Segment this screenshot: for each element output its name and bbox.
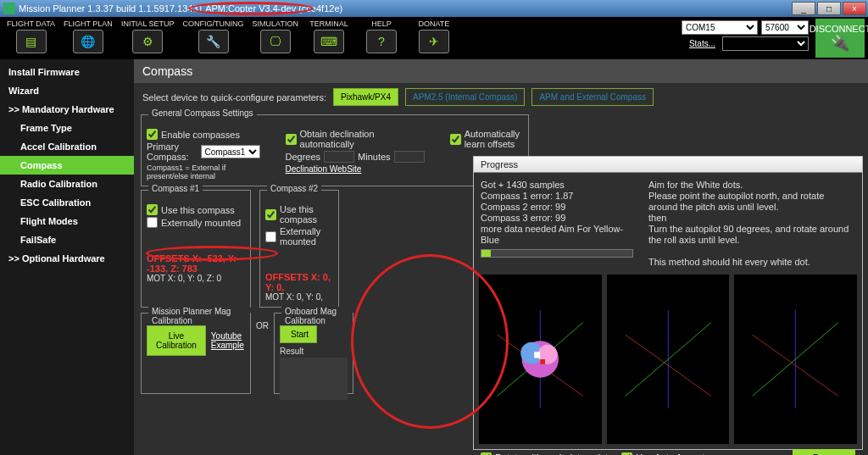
close-button[interactable]: × — [843, 2, 866, 15]
degrees-input[interactable] — [324, 151, 354, 163]
progress-window: Progress Got + 1430 samples Compass 1 er… — [473, 156, 863, 450]
primary-label: Primary Compass: — [147, 141, 198, 162]
result-box — [280, 358, 348, 400]
tab-config[interactable]: CONFIG/TUNING🔧 — [181, 19, 246, 53]
primary-note: Compass1 = External if present/else inte… — [147, 164, 260, 180]
document-icon: ▤ — [16, 30, 47, 53]
com-port-select[interactable]: COM15 — [682, 20, 758, 35]
c1-use-check[interactable] — [147, 204, 158, 215]
decl-website-link[interactable]: Declination WebSite — [286, 164, 425, 174]
sidebar-item-wizard[interactable]: Wizard — [0, 81, 134, 100]
c2-legend: Compass #2 — [267, 184, 321, 193]
obmag-fieldset: Onboard Mag Calibration Start Result — [274, 313, 353, 394]
baud-select[interactable]: 57600 — [761, 20, 809, 35]
tab-donate[interactable]: DONATE✈ — [410, 19, 458, 53]
viz-sphere-2 — [607, 275, 730, 444]
c1-offsets: OFFSETS X: -523, Y: -133, Z: 783 — [147, 253, 245, 274]
minimize-button[interactable]: _ — [792, 2, 815, 15]
live-calibration-button[interactable]: Live Calibration — [147, 325, 206, 356]
sidebar-item-install[interactable]: Install Firmware — [0, 63, 134, 81]
rotate-check[interactable] — [481, 452, 492, 456]
plane-icon: ✈ — [419, 30, 449, 53]
sidebar-item-frame[interactable]: Frame Type — [0, 119, 134, 137]
stats-select[interactable] — [722, 36, 809, 51]
viz-sphere-3 — [734, 275, 857, 444]
general-legend: General Compass Settings — [148, 108, 257, 118]
help-icon: ? — [366, 30, 397, 53]
c2-mot: MOT X: 0, Y: 0, — [265, 292, 333, 302]
sidebar-item-flight-modes[interactable]: Flight Modes — [0, 212, 134, 230]
gears-icon: ⚙ — [132, 30, 163, 53]
content-pane: Compass Select device to quick-configure… — [134, 59, 868, 455]
youtube-link[interactable]: Youtube Example — [211, 331, 245, 350]
c2-use-check[interactable] — [265, 209, 276, 220]
start-button[interactable]: Start — [280, 325, 317, 343]
obtain-decl-check[interactable] — [286, 134, 297, 145]
progress-right-text: Aim for the White dots. Please point the… — [648, 180, 855, 268]
disconnect-label: DISCONNECT — [810, 24, 868, 34]
maximize-button[interactable]: □ — [817, 2, 841, 15]
sidebar-item-accel[interactable]: Accel Calibration — [0, 137, 134, 156]
btn-apm25[interactable]: APM2.5 (Internal Compass) — [405, 88, 525, 106]
general-settings: General Compass Settings Enable compasse… — [141, 114, 529, 186]
app-icon — [3, 3, 15, 14]
progress-left-text: Got + 1430 samples Compass 1 error: 1.87… — [481, 180, 642, 268]
stats-link[interactable]: Stats... — [689, 39, 715, 48]
viz-sphere-1 — [479, 275, 602, 444]
window-titlebar: Mission Planner 1.3.37 build 1.1.5917.13… — [0, 0, 868, 17]
terminal-icon: ⌨ — [314, 30, 344, 53]
tab-help[interactable]: HELP? — [358, 19, 405, 53]
sidebar-item-optional[interactable]: >> Optional Hardware — [0, 249, 134, 268]
sidebar-item-compass[interactable]: Compass — [0, 156, 134, 175]
done-button[interactable]: Done — [793, 449, 855, 455]
btn-pixhawk[interactable]: Pixhawk/PX4 — [333, 88, 398, 106]
obmag-legend: Onboard Mag Calibration — [281, 307, 353, 325]
primary-compass-select[interactable]: Compass1 — [201, 145, 260, 158]
c1-mot: MOT X: 0, Y: 0, Z: 0 — [147, 274, 245, 283]
sidebar-item-radio[interactable]: Radio Calibration — [0, 175, 134, 193]
auto-accept-check[interactable] — [621, 452, 632, 456]
btn-apm-ext[interactable]: APM and External Compass — [531, 88, 654, 106]
sidebar-item-failsafe[interactable]: FailSafe — [0, 230, 134, 249]
auto-learn-check[interactable] — [450, 134, 461, 145]
tab-terminal[interactable]: TERMINAL⌨ — [305, 19, 353, 53]
c2-ext-check[interactable] — [265, 231, 276, 242]
page-title: Compass — [134, 59, 868, 83]
mpmag-fieldset: Mission Planner Mag Calibration Live Cal… — [141, 313, 251, 394]
progress-bar — [481, 249, 633, 258]
c2-offsets: OFFSETS X: 0, Y: 0, — [265, 272, 333, 292]
main-toolbar: FLIGHT DATA▤ FLIGHT PLAN🌐 INITIAL SETUP⚙… — [0, 17, 868, 59]
progress-title: Progress — [474, 157, 862, 173]
c1-legend: Compass #1 — [148, 184, 203, 193]
tab-flight-data[interactable]: FLIGHT DATA▤ — [5, 19, 57, 53]
compass2-fieldset: Compass #2 Use this compass Externally m… — [259, 190, 339, 308]
sidebar-item-esc[interactable]: ESC Calibration — [0, 193, 134, 212]
wrench-icon: 🔧 — [198, 30, 229, 53]
monitor-icon: 🖵 — [260, 30, 291, 53]
enable-compasses-check[interactable] — [147, 129, 158, 140]
result-label: Result — [280, 347, 348, 356]
or-label: OR — [256, 313, 269, 394]
window-title: Mission Planner 1.3.37 build 1.1.5917.13… — [19, 3, 342, 14]
mpmag-legend: Mission Planner Mag Calibration — [148, 307, 250, 325]
globe-icon: 🌐 — [73, 30, 103, 53]
tab-flight-plan[interactable]: FLIGHT PLAN🌐 — [62, 19, 114, 53]
tab-initial-setup[interactable]: INITIAL SETUP⚙ — [120, 19, 176, 53]
plug-icon: 🔌 — [831, 34, 849, 53]
tab-simulation[interactable]: SIMULATION🖵 — [251, 19, 300, 53]
c1-ext-check[interactable] — [147, 217, 158, 228]
svg-rect-7 — [540, 359, 545, 364]
minutes-input[interactable] — [394, 151, 425, 163]
compass1-fieldset: Compass #1 Use this compass Externally m… — [141, 190, 251, 308]
svg-rect-6 — [534, 352, 540, 358]
sidebar: Install Firmware Wizard >> Mandatory Har… — [0, 59, 134, 455]
qc-label: Select device to quick-configure paramet… — [142, 92, 326, 103]
sidebar-item-mandatory[interactable]: >> Mandatory Hardware — [0, 100, 134, 119]
disconnect-button[interactable]: DISCONNECT 🔌 — [815, 19, 865, 58]
